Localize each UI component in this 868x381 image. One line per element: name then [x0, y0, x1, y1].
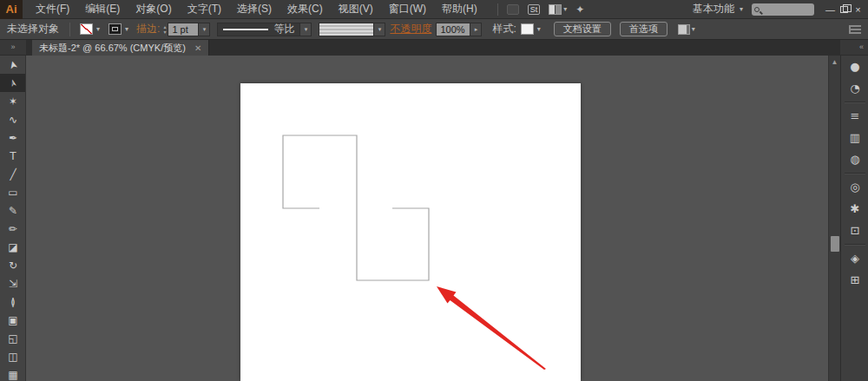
menu-item-effect[interactable]: 效果(C) [279, 0, 331, 19]
menu-item-help[interactable]: 帮助(H) [434, 0, 485, 19]
tool-lasso[interactable]: ∿ [0, 110, 26, 128]
panel-color-guide[interactable]: ◔ [841, 77, 868, 99]
stroke-color-swatch[interactable] [108, 23, 122, 35]
document-setup-button[interactable]: 文档设置 [554, 22, 611, 36]
panel-sep3[interactable] [841, 241, 868, 247]
stroke-color-control[interactable]: ▾ [108, 23, 128, 35]
tool-magic-wand[interactable]: ✶ [0, 92, 26, 110]
menu-bar: Ai 文件(F)编辑(E)对象(O)文字(T)选择(S)效果(C)视图(V)窗口… [0, 0, 868, 19]
chevron-down-icon: ▾ [692, 25, 695, 33]
menu-item-select[interactable]: 选择(S) [229, 0, 279, 19]
tool-shape-builder[interactable]: ◱ [0, 329, 26, 347]
stroke-profile-caret[interactable]: ▾ [300, 23, 312, 36]
workspace-switcher[interactable]: 基本功能 ▾ [693, 2, 743, 16]
opacity-field[interactable]: 100% [436, 23, 470, 36]
workspace-label: 基本功能 [693, 2, 734, 16]
chevron-down-icon: ▾ [537, 25, 541, 33]
menu-item-view[interactable]: 视图(V) [331, 0, 381, 19]
tool-rotate[interactable]: ↻ [0, 256, 26, 274]
panel-layers[interactable]: ◈ [841, 247, 868, 269]
menu-item-edit[interactable]: 编辑(E) [77, 0, 128, 19]
tool-selection[interactable]: ➤ [0, 56, 26, 74]
tool-pen[interactable]: ✒ [0, 128, 26, 147]
search-icon [754, 7, 760, 12]
controlbar-collapse-icon[interactable] [849, 25, 861, 34]
dock-expand-toggle[interactable]: « [840, 40, 868, 56]
tool-width[interactable]: ≬ [0, 292, 26, 311]
minimize-button[interactable]: — [824, 3, 837, 16]
selection-status: 未选择对象 [7, 22, 64, 36]
chevron-down-icon: ▾ [740, 5, 743, 13]
share-icon[interactable]: ✦ [575, 3, 584, 16]
tool-direct-selection[interactable]: ➢ [0, 74, 26, 92]
panel-sep2[interactable] [841, 170, 868, 176]
style-label: 样式: [492, 22, 516, 36]
preferences-button[interactable]: 首选项 [620, 22, 667, 36]
menu-item-file[interactable]: 文件(F) [28, 0, 77, 19]
stroke-profile-label: 等比 [273, 22, 294, 36]
fill-none-swatch[interactable] [80, 23, 93, 35]
tool-eraser[interactable]: ◪ [0, 238, 26, 256]
chevron-down-icon: ▾ [96, 25, 100, 33]
panel-graphic-styles[interactable]: ✱ [841, 198, 868, 220]
stepper-down-icon[interactable]: ▾ [163, 30, 166, 35]
tools-panel-toggle[interactable]: » [0, 40, 26, 56]
opacity-caret[interactable]: ▸ [470, 23, 482, 36]
artboard[interactable] [240, 83, 581, 381]
stroke-weight-dropdown[interactable]: ▾ [199, 23, 210, 36]
stock-icon[interactable]: St [528, 4, 541, 15]
tab-close-icon[interactable]: ✕ [194, 43, 201, 53]
brush-definition-caret[interactable]: ▾ [374, 23, 385, 36]
search-input[interactable] [762, 4, 810, 14]
panel-dock: ●◔≡▥◍◎✱⊡◈⊞ [840, 56, 868, 381]
document-tab[interactable]: 未标题-2* @ 66.67% (CMYK/预览) ✕ [32, 40, 209, 56]
document-tab-bar: 未标题-2* @ 66.67% (CMYK/预览) ✕ [26, 40, 840, 56]
panel-sep1[interactable] [841, 99, 868, 105]
stroke-profile-dropdown[interactable]: 等比 [217, 23, 300, 36]
vertical-scrollbar[interactable]: ▲ [828, 56, 840, 381]
fill-color-control[interactable]: ▾ [80, 23, 100, 35]
bridge-icon[interactable] [507, 4, 519, 15]
panel-artboards[interactable]: ⊞ [841, 269, 868, 291]
panel-appearance[interactable]: ◎ [841, 176, 868, 198]
panel-color[interactable]: ● [841, 56, 868, 77]
search-box[interactable] [752, 3, 814, 16]
annotation-arrow [437, 286, 546, 370]
menu-item-type[interactable]: 文字(T) [180, 0, 229, 19]
tool-scale[interactable]: ⇲ [0, 274, 26, 292]
arrange-documents-button[interactable]: ▾ [549, 4, 567, 15]
chevron-down-icon: ▾ [125, 25, 128, 33]
opacity-link[interactable]: 不透明度 [390, 22, 431, 36]
tool-pencil[interactable]: ✏ [0, 220, 26, 238]
stroke-weight-field[interactable]: 1 pt [168, 23, 199, 36]
tool-perspective-grid[interactable]: ◫ [0, 347, 26, 365]
style-control[interactable]: ▾ [521, 23, 541, 35]
scroll-up-icon[interactable]: ▲ [829, 58, 840, 66]
panel-stroke[interactable]: ≡ [841, 105, 868, 127]
tool-rectangle[interactable]: ▭ [0, 183, 26, 201]
restore-icon [840, 6, 848, 13]
stroke-profile-preview [223, 29, 268, 30]
menu-item-window[interactable]: 窗口(W) [381, 0, 434, 19]
stroke-weight-stepper[interactable]: ▴ ▾ [163, 24, 166, 35]
panel-gradient[interactable]: ▥ [841, 127, 868, 148]
stroke-weight-label[interactable]: 描边: [136, 22, 160, 36]
tool-free-transform[interactable]: ▣ [0, 311, 26, 329]
tool-type[interactable]: T [0, 147, 26, 165]
restore-button[interactable] [838, 3, 851, 16]
menubar-divider [497, 3, 498, 16]
panel-symbols[interactable]: ⊡ [841, 220, 868, 241]
preferences-panel-icon[interactable] [678, 24, 690, 35]
brush-definition-dropdown[interactable] [319, 23, 374, 36]
tool-mesh[interactable]: ▦ [0, 365, 26, 381]
pen-path[interactable] [283, 135, 429, 280]
tool-line-segment[interactable]: ╱ [0, 165, 26, 183]
close-button[interactable]: × [852, 3, 865, 16]
panel-transparency[interactable]: ◍ [841, 148, 868, 170]
chevron-down-icon: ▾ [563, 5, 567, 13]
menu-item-object[interactable]: 对象(O) [128, 0, 179, 19]
divider [69, 23, 70, 36]
tool-paintbrush[interactable]: ✎ [0, 201, 26, 220]
scrollbar-thumb[interactable] [831, 236, 839, 252]
style-swatch[interactable] [521, 23, 534, 35]
